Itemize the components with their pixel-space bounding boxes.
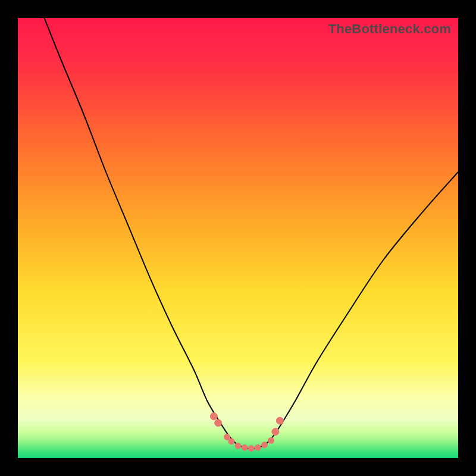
marker-cluster <box>210 413 283 452</box>
marker-dot <box>228 439 234 444</box>
marker-dot <box>215 419 222 427</box>
marker-dot <box>261 442 267 448</box>
marker-dot <box>242 444 248 450</box>
marker-dot <box>224 434 230 440</box>
plot-area: TheBottleneck.com <box>18 18 458 458</box>
watermark-text: TheBottleneck.com <box>328 21 451 37</box>
marker-dot <box>210 413 217 420</box>
marker-dot <box>268 437 274 443</box>
marker-dot <box>235 443 241 449</box>
marker-dot <box>272 428 279 436</box>
curve-right-branch <box>251 172 458 449</box>
marker-dot <box>248 446 254 452</box>
curve-left-branch <box>44 18 251 449</box>
chart-frame: TheBottleneck.com <box>0 0 476 476</box>
marker-dot <box>276 417 283 424</box>
marker-dot <box>255 444 261 450</box>
curves-layer <box>18 18 458 458</box>
